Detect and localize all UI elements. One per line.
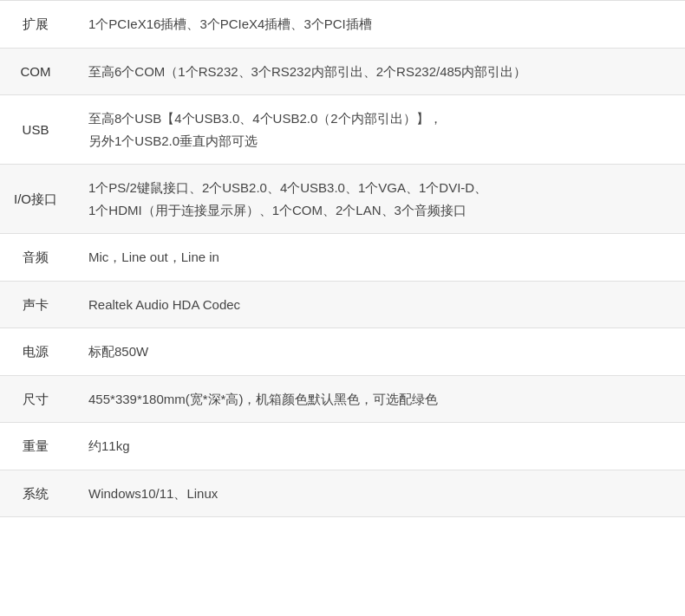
spec-label: 电源 — [0, 328, 71, 376]
table-row: 系统Windows10/11、Linux — [0, 470, 685, 517]
table-row: I/O接口1个PS/2键鼠接口、2个USB2.0、4个USB3.0、1个VGA、… — [0, 165, 685, 234]
spec-value: 1个PCIeX16插槽、3个PCIeX4插槽、3个PCI插槽 — [71, 1, 685, 49]
spec-label: I/O接口 — [0, 165, 71, 234]
spec-value: Mic，Line out，Line in — [71, 234, 685, 282]
spec-label: 尺寸 — [0, 375, 71, 423]
spec-table: 扩展1个PCIeX16插槽、3个PCIeX4插槽、3个PCI插槽COM至高6个C… — [0, 0, 685, 517]
spec-label: 音频 — [0, 234, 71, 282]
spec-label: 系统 — [0, 470, 71, 517]
spec-label: USB — [0, 95, 71, 165]
spec-value: 至高8个USB【4个USB3.0、4个USB2.0（2个内部引出）】，另外1个U… — [71, 95, 685, 165]
spec-label: 扩展 — [0, 1, 71, 49]
table-row: 尺寸455*339*180mm(宽*深*高)，机箱颜色默认黑色，可选配绿色 — [0, 375, 685, 423]
spec-value: 约11kg — [71, 423, 685, 470]
spec-label: 重量 — [0, 423, 71, 470]
spec-value: 标配850W — [71, 328, 685, 376]
table-row: COM至高6个COM（1个RS232、3个RS232内部引出、2个RS232/4… — [0, 48, 685, 95]
table-row: 重量约11kg — [0, 423, 685, 470]
spec-value: 至高6个COM（1个RS232、3个RS232内部引出、2个RS232/485内… — [71, 48, 685, 95]
table-row: 声卡Realtek Audio HDA Codec — [0, 281, 685, 328]
spec-value: Windows10/11、Linux — [71, 470, 685, 517]
table-row: 电源标配850W — [0, 328, 685, 376]
spec-value: 455*339*180mm(宽*深*高)，机箱颜色默认黑色，可选配绿色 — [71, 375, 685, 423]
table-row: USB至高8个USB【4个USB3.0、4个USB2.0（2个内部引出）】，另外… — [0, 95, 685, 165]
spec-value: 1个PS/2键鼠接口、2个USB2.0、4个USB3.0、1个VGA、1个DVI… — [71, 165, 685, 234]
table-row: 扩展1个PCIeX16插槽、3个PCIeX4插槽、3个PCI插槽 — [0, 1, 685, 49]
spec-label: COM — [0, 48, 71, 95]
table-row: 音频Mic，Line out，Line in — [0, 234, 685, 282]
spec-label: 声卡 — [0, 281, 71, 328]
spec-value: Realtek Audio HDA Codec — [71, 281, 685, 328]
